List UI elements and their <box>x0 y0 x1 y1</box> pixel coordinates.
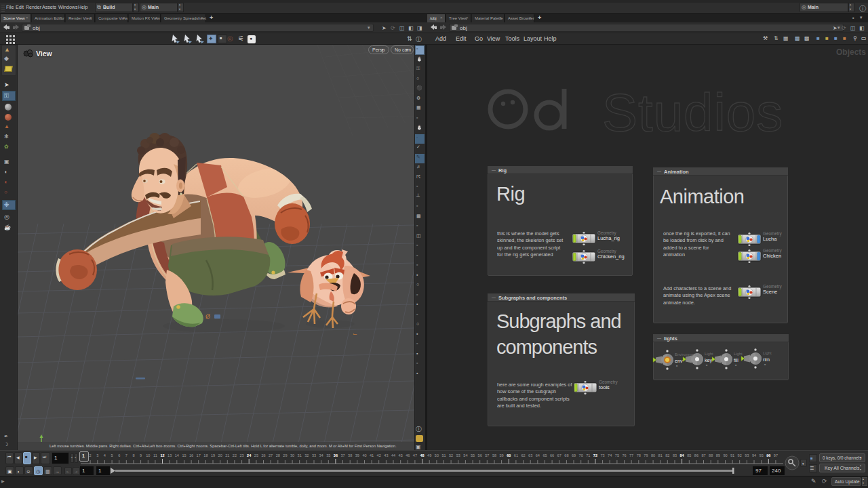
svg-text:59: 59 <box>499 453 503 458</box>
svg-text:5: 5 <box>111 453 113 458</box>
svg-text:58: 58 <box>492 453 496 458</box>
svg-text:7: 7 <box>125 453 127 458</box>
svg-text:53: 53 <box>456 453 460 458</box>
svg-text:56: 56 <box>478 453 482 458</box>
svg-text:73: 73 <box>600 453 604 458</box>
svg-text:86: 86 <box>694 453 698 458</box>
svg-text:3: 3 <box>96 453 98 458</box>
svg-text:64: 64 <box>536 453 540 458</box>
svg-text:17: 17 <box>197 453 201 458</box>
svg-text:77: 77 <box>629 453 633 458</box>
svg-text:15: 15 <box>182 453 186 458</box>
svg-text:21: 21 <box>225 453 229 458</box>
svg-text:11: 11 <box>153 453 157 458</box>
svg-text:10: 10 <box>146 453 150 458</box>
svg-text:69: 69 <box>572 453 576 458</box>
svg-text:79: 79 <box>644 453 648 458</box>
svg-text:46: 46 <box>406 453 410 458</box>
svg-text:9: 9 <box>140 453 142 458</box>
svg-text:36: 36 <box>334 453 338 458</box>
svg-text:67: 67 <box>557 453 561 458</box>
svg-text:23: 23 <box>239 453 243 458</box>
svg-text:72: 72 <box>593 453 597 458</box>
svg-text:31: 31 <box>298 453 302 458</box>
svg-text:⌙: ⌙ <box>353 331 357 337</box>
svg-text:26: 26 <box>261 453 265 458</box>
svg-text:18: 18 <box>203 453 208 458</box>
svg-text:37: 37 <box>340 453 344 458</box>
svg-text:34: 34 <box>319 453 323 458</box>
svg-text:93: 93 <box>745 453 749 458</box>
svg-text:41: 41 <box>370 453 374 458</box>
svg-text:8: 8 <box>132 453 134 458</box>
svg-text:87: 87 <box>701 453 705 458</box>
svg-text:43: 43 <box>384 453 388 458</box>
svg-text:40: 40 <box>362 453 366 458</box>
svg-text:52: 52 <box>449 453 453 458</box>
svg-text:4: 4 <box>104 453 106 458</box>
svg-text:65: 65 <box>542 453 547 458</box>
svg-text:48: 48 <box>420 453 424 458</box>
svg-text:78: 78 <box>637 453 641 458</box>
svg-text:54: 54 <box>463 453 467 458</box>
svg-text:81: 81 <box>658 453 663 458</box>
svg-text:95: 95 <box>760 453 764 458</box>
svg-text:33: 33 <box>312 453 316 458</box>
svg-text:35: 35 <box>326 453 330 458</box>
svg-text:66: 66 <box>550 453 554 458</box>
svg-text:74: 74 <box>608 453 612 458</box>
svg-text:71: 71 <box>586 453 590 458</box>
svg-text:96: 96 <box>766 453 770 458</box>
svg-text:55: 55 <box>471 453 475 458</box>
svg-text:39: 39 <box>355 453 359 458</box>
svg-text:68: 68 <box>564 453 568 458</box>
svg-text:38: 38 <box>348 453 352 458</box>
svg-text:63: 63 <box>528 453 532 458</box>
svg-text:60: 60 <box>507 453 511 458</box>
svg-text:12: 12 <box>160 453 164 458</box>
svg-text:85: 85 <box>687 453 691 458</box>
svg-text:20: 20 <box>218 453 222 458</box>
svg-text:6: 6 <box>118 453 120 458</box>
svg-text:Ø: Ø <box>205 313 210 320</box>
svg-text:Studios: Studios <box>602 83 783 142</box>
svg-text:91: 91 <box>730 453 734 458</box>
svg-text:49: 49 <box>427 453 431 458</box>
svg-text:16: 16 <box>189 453 193 458</box>
svg-text:90: 90 <box>723 453 727 458</box>
svg-text:45: 45 <box>399 453 403 458</box>
svg-text:51: 51 <box>441 453 446 458</box>
svg-text:24: 24 <box>247 453 252 458</box>
svg-text:83: 83 <box>673 453 677 458</box>
svg-text:62: 62 <box>521 453 525 458</box>
svg-text:84: 84 <box>679 453 684 458</box>
svg-text:97: 97 <box>774 453 778 458</box>
svg-text:29: 29 <box>283 453 287 458</box>
svg-text:22: 22 <box>233 453 237 458</box>
svg-text:76: 76 <box>622 453 626 458</box>
svg-text:19: 19 <box>211 453 215 458</box>
svg-text:70: 70 <box>579 453 583 458</box>
svg-text:88: 88 <box>709 453 713 458</box>
svg-text:28: 28 <box>276 453 280 458</box>
svg-text:94: 94 <box>752 453 756 458</box>
svg-text:27: 27 <box>269 453 273 458</box>
svg-text:75: 75 <box>615 453 619 458</box>
svg-text:80: 80 <box>651 453 655 458</box>
svg-text:44: 44 <box>391 453 395 458</box>
svg-text:25: 25 <box>254 453 258 458</box>
svg-text:47: 47 <box>413 453 417 458</box>
svg-text:14: 14 <box>175 453 179 458</box>
svg-text:2: 2 <box>90 453 92 458</box>
svg-text:82: 82 <box>665 453 669 458</box>
svg-text:42: 42 <box>377 453 381 458</box>
svg-text:13: 13 <box>167 453 172 458</box>
svg-text:89: 89 <box>716 453 720 458</box>
svg-text:30: 30 <box>290 453 294 458</box>
svg-text:57: 57 <box>485 453 489 458</box>
svg-text:61: 61 <box>514 453 518 458</box>
svg-text:32: 32 <box>304 453 309 458</box>
svg-text:50: 50 <box>435 453 439 458</box>
svg-text:92: 92 <box>738 453 742 458</box>
